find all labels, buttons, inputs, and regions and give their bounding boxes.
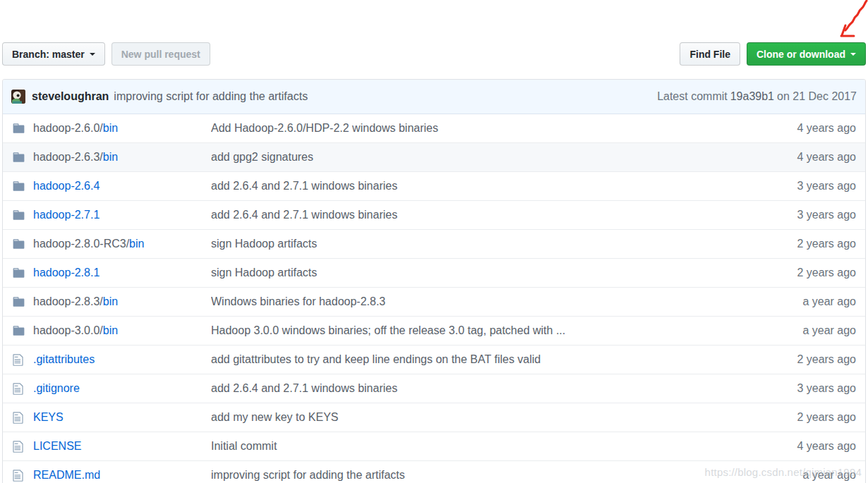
file-link[interactable]: LICENSE xyxy=(33,440,81,452)
folder-icon xyxy=(13,151,27,164)
chevron-down-icon xyxy=(90,53,95,59)
row-commit-message-link[interactable]: Add Hadoop-2.6.0/HDP-2.2 windows binarie… xyxy=(211,122,438,134)
latest-commit-bar: steveloughran improving script for addin… xyxy=(3,80,865,114)
toolbar-right-group: Find File Clone or download xyxy=(680,42,866,66)
file-row: .gitattributesadd gitattributes to try a… xyxy=(3,345,865,374)
file-name-cell: KEYS xyxy=(33,411,211,424)
commit-age: 3 years ago xyxy=(750,180,865,192)
row-commit-message-link[interactable]: add gpg2 signatures xyxy=(211,151,313,163)
commit-message-cell: add my new key to KEYS xyxy=(211,411,750,424)
file-name-cell: README.md xyxy=(33,469,211,482)
file-name-cell: hadoop-3.0.0/bin xyxy=(33,324,211,337)
commit-age: 2 years ago xyxy=(750,353,865,366)
commit-message-cell: sign Hadoop artifacts xyxy=(211,267,750,279)
row-commit-message-link[interactable]: sign Hadoop artifacts xyxy=(211,238,317,250)
row-commit-message-link[interactable]: add 2.6.4 and 2.7.1 windows binaries xyxy=(211,382,397,394)
clone-or-download-label: Clone or download xyxy=(757,49,845,59)
find-file-button[interactable]: Find File xyxy=(680,42,740,66)
row-commit-message-link[interactable]: add gitattributes to try and keep line e… xyxy=(211,353,541,365)
row-commit-message-link[interactable]: Windows binaries for hadoop-2.8.3 xyxy=(211,295,385,307)
file-row: KEYSadd my new key to KEYS2 years ago xyxy=(3,403,865,432)
commit-message-cell: add gpg2 signatures xyxy=(211,151,750,164)
subdirectory-link[interactable]: bin xyxy=(103,324,118,336)
commit-age: 4 years ago xyxy=(750,151,865,164)
row-commit-message-link[interactable]: Initial commit xyxy=(211,440,277,452)
file-row: hadoop-2.6.0/binAdd Hadoop-2.6.0/HDP-2.2… xyxy=(3,114,865,142)
subdirectory-link[interactable]: bin xyxy=(103,295,118,307)
file-name-cell: .gitignore xyxy=(33,382,211,395)
file-link[interactable]: README.md xyxy=(33,469,100,481)
commit-message-cell: add 2.6.4 and 2.7.1 windows binaries xyxy=(211,180,750,192)
commit-age: 4 years ago xyxy=(750,122,865,135)
chevron-down-icon xyxy=(850,53,856,59)
file-name-cell: hadoop-2.8.3/bin xyxy=(33,295,211,308)
commit-age: 2 years ago xyxy=(750,267,865,279)
commit-message-cell: Add Hadoop-2.6.0/HDP-2.2 windows binarie… xyxy=(211,122,750,135)
directory-link[interactable]: hadoop-2.8.1 xyxy=(33,267,100,279)
file-rows: hadoop-2.6.0/binAdd Hadoop-2.6.0/HDP-2.2… xyxy=(3,114,865,483)
folder-icon xyxy=(13,122,27,135)
file-icon xyxy=(13,440,27,453)
directory-link[interactable]: hadoop-2.6.4 xyxy=(33,180,100,192)
folder-icon xyxy=(13,238,27,250)
subdirectory-link[interactable]: bin xyxy=(129,238,144,250)
directory-link[interactable]: hadoop-2.8.0-RC3 xyxy=(33,238,126,250)
clone-or-download-button[interactable]: Clone or download xyxy=(747,42,866,66)
toolbar-left-group: Branch: master New pull request xyxy=(2,42,210,66)
directory-link[interactable]: hadoop-2.6.3 xyxy=(33,151,100,163)
file-row: .gitignoreadd 2.6.4 and 2.7.1 windows bi… xyxy=(3,374,865,403)
file-icon xyxy=(13,353,27,367)
directory-link[interactable]: hadoop-2.6.0 xyxy=(33,122,100,134)
commit-date: on 21 Dec 2017 xyxy=(777,90,857,102)
file-name-cell: hadoop-2.8.1 xyxy=(33,267,211,279)
commit-message-cell: Windows binaries for hadoop-2.8.3 xyxy=(211,295,750,308)
row-commit-message-link[interactable]: improving script for adding the artifact… xyxy=(211,469,405,481)
directory-link[interactable]: hadoop-2.8.3 xyxy=(33,295,100,307)
commit-message-cell: Initial commit xyxy=(211,440,750,453)
file-link[interactable]: .gitignore xyxy=(33,382,80,394)
file-icon xyxy=(13,411,27,424)
directory-link[interactable]: hadoop-3.0.0 xyxy=(33,324,100,336)
commit-message-cell: improving script for adding the artifact… xyxy=(211,469,750,482)
file-row: hadoop-2.6.3/binadd gpg2 signatures4 yea… xyxy=(3,142,865,171)
row-commit-message-link[interactable]: add my new key to KEYS xyxy=(211,411,339,423)
commit-message-link[interactable]: improving script for adding the artifact… xyxy=(114,90,308,103)
file-row: hadoop-2.8.1sign Hadoop artifacts2 years… xyxy=(3,258,865,287)
file-row: hadoop-2.8.0-RC3/binsign Hadoop artifact… xyxy=(3,229,865,258)
folder-icon xyxy=(13,267,27,279)
file-row: hadoop-2.6.4add 2.6.4 and 2.7.1 windows … xyxy=(3,171,865,200)
new-pull-request-button[interactable]: New pull request xyxy=(111,42,210,66)
file-row: hadoop-2.8.3/binWindows binaries for had… xyxy=(3,287,865,316)
commit-age: a year ago xyxy=(750,324,865,337)
subdirectory-link[interactable]: bin xyxy=(103,122,118,134)
file-name-cell: hadoop-2.6.4 xyxy=(33,180,211,192)
folder-icon xyxy=(13,209,27,221)
commit-age: 3 years ago xyxy=(750,209,865,221)
row-commit-message-link[interactable]: add 2.6.4 and 2.7.1 windows binaries xyxy=(211,209,397,221)
commit-message-cell: add 2.6.4 and 2.7.1 windows binaries xyxy=(211,209,750,221)
file-icon xyxy=(13,469,27,482)
directory-link[interactable]: hadoop-2.7.1 xyxy=(33,209,100,221)
row-commit-message-link[interactable]: sign Hadoop artifacts xyxy=(211,267,317,279)
commit-author-link[interactable]: steveloughran xyxy=(32,90,109,103)
commit-age: 2 years ago xyxy=(750,411,865,424)
file-name-cell: .gitattributes xyxy=(33,353,211,366)
folder-icon xyxy=(13,180,27,192)
row-commit-message-link[interactable]: add 2.6.4 and 2.7.1 windows binaries xyxy=(211,180,397,192)
commit-sha-link[interactable]: 19a39b1 xyxy=(730,90,774,102)
branch-selector-button[interactable]: Branch: master xyxy=(2,42,105,66)
branch-label: Branch: master xyxy=(12,49,85,59)
commit-message-cell: sign Hadoop artifacts xyxy=(211,238,750,250)
commit-message-cell: Hadoop 3.0.0 windows binaries; off the r… xyxy=(211,324,750,337)
commit-age: a year ago xyxy=(750,469,865,482)
commit-age: 2 years ago xyxy=(750,238,865,250)
file-row: hadoop-3.0.0/binHadoop 3.0.0 windows bin… xyxy=(3,316,865,345)
file-link[interactable]: KEYS xyxy=(33,411,64,423)
file-link[interactable]: .gitattributes xyxy=(33,353,95,365)
latest-commit-info: Latest commit19a39b1on 21 Dec 2017 xyxy=(657,90,857,103)
row-commit-message-link[interactable]: Hadoop 3.0.0 windows binaries; off the r… xyxy=(211,324,565,336)
subdirectory-link[interactable]: bin xyxy=(103,151,118,163)
file-name-cell: hadoop-2.7.1 xyxy=(33,209,211,221)
file-name-cell: hadoop-2.6.0/bin xyxy=(33,122,211,135)
avatar[interactable] xyxy=(11,90,25,104)
